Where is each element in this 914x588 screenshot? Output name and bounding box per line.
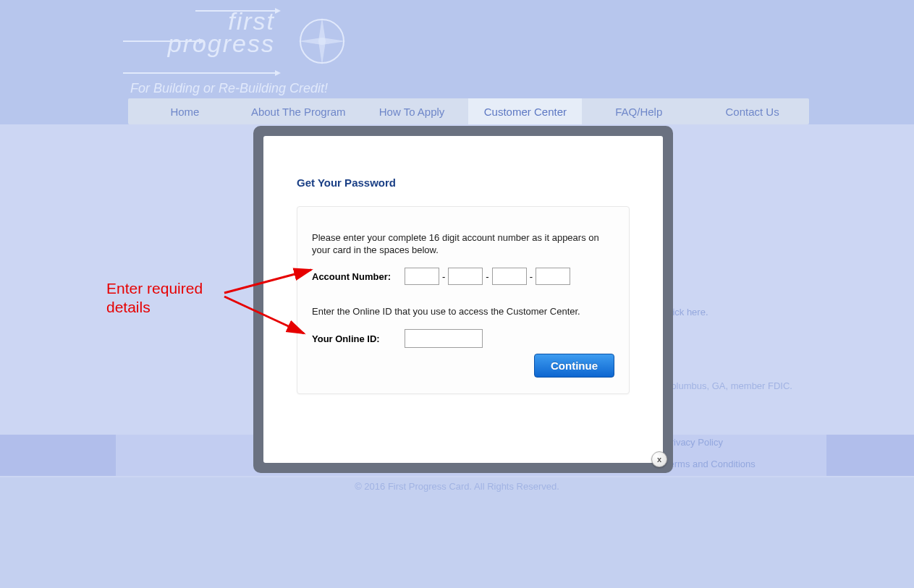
separator: - bbox=[442, 271, 445, 282]
nav-contact[interactable]: Contact Us bbox=[695, 98, 809, 124]
account-number-row: Account Number: - - - bbox=[312, 268, 614, 285]
account-number-part-3[interactable] bbox=[492, 268, 527, 285]
get-password-modal: Get Your Password Please enter your comp… bbox=[263, 136, 663, 463]
nav-faq[interactable]: FAQ/Help bbox=[582, 98, 695, 124]
footer-copyright: © 2016 First Progress Card. All Rights R… bbox=[0, 481, 914, 492]
brand-logo: first progress bbox=[130, 7, 275, 58]
footer-links: Privacy Policy Terms and Conditions bbox=[664, 435, 756, 472]
separator: - bbox=[530, 271, 533, 282]
footer-edge-left bbox=[0, 435, 116, 476]
issuer-text: Columbus, GA, member FDIC. bbox=[664, 380, 792, 391]
online-id-input[interactable] bbox=[405, 329, 483, 348]
account-number-label: Account Number: bbox=[312, 271, 405, 282]
continue-button[interactable]: Continue bbox=[534, 354, 614, 378]
nav-about[interactable]: About The Program bbox=[242, 98, 355, 124]
nav-how-to-apply[interactable]: How To Apply bbox=[355, 98, 469, 124]
nav-home[interactable]: Home bbox=[128, 98, 242, 124]
svg-marker-2 bbox=[298, 38, 346, 45]
close-icon[interactable]: x bbox=[651, 451, 667, 467]
compass-icon bbox=[297, 16, 347, 67]
main-nav: Home About The Program How To Apply Cust… bbox=[128, 98, 809, 124]
footer-privacy-link[interactable]: Privacy Policy bbox=[664, 435, 756, 450]
account-number-part-1[interactable] bbox=[405, 268, 439, 285]
modal-frame: Get Your Password Please enter your comp… bbox=[253, 126, 673, 473]
online-id-label: Your Online ID: bbox=[312, 333, 405, 344]
account-instruction: Please enter your complete 16 digit acco… bbox=[312, 231, 614, 256]
online-id-instruction: Enter the Online ID that you use to acce… bbox=[312, 305, 614, 318]
online-id-row: Your Online ID: bbox=[312, 329, 614, 348]
annotation-text: Enter required details bbox=[106, 279, 203, 317]
form-box: Please enter your complete 16 digit acco… bbox=[297, 206, 630, 394]
modal-title: Get Your Password bbox=[297, 176, 630, 189]
footer-terms-link[interactable]: Terms and Conditions bbox=[664, 457, 756, 472]
nav-customer-center[interactable]: Customer Center bbox=[468, 98, 582, 124]
account-number-part-4[interactable] bbox=[536, 268, 570, 285]
footer-edge-right bbox=[826, 435, 914, 476]
brand-tagline: For Building or Re-Building Credit! bbox=[130, 81, 328, 96]
account-number-part-2[interactable] bbox=[448, 268, 483, 285]
separator: - bbox=[486, 271, 488, 282]
